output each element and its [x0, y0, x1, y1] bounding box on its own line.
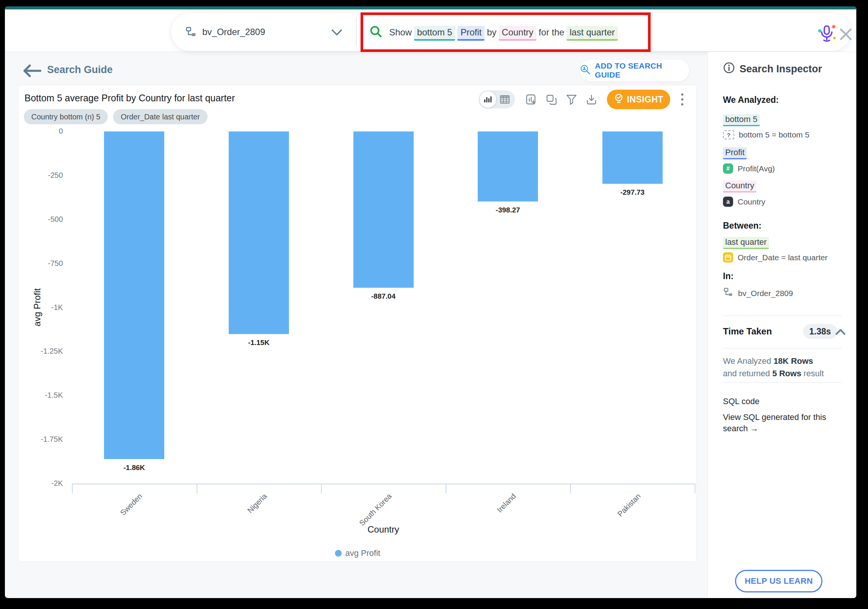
add-to-search-guide-button[interactable]: ADD TO SEARCH GUIDE	[580, 59, 689, 81]
between-detail-row: Order_Date = last quarter	[723, 253, 828, 262]
inspector-title: Search Inspector	[739, 63, 822, 75]
y-axis-title: avg Profit	[32, 266, 43, 349]
y-axis-tick-label: -250	[22, 171, 63, 180]
x-axis-category-label: Sweden	[79, 492, 144, 557]
arrow-right-icon: →	[750, 424, 758, 433]
inspector-detail-row: #Profit(Avg)	[723, 163, 775, 174]
query-token-keyword[interactable]: bottom 5	[414, 26, 455, 41]
view-sql-link[interactable]: View SQL generated for this search →	[723, 412, 836, 434]
chart-legend[interactable]: avg Profit	[19, 549, 697, 558]
search-input[interactable]: Showbottom 5ProfitbyCountryfor thelast q…	[361, 12, 651, 52]
x-axis-category-label: Pakistan	[578, 492, 642, 557]
inspector-detail-text: Profit(Avg)	[738, 164, 775, 173]
legend-marker	[335, 550, 342, 557]
business-view-icon	[723, 287, 733, 299]
top-search-header: bv_Order_2809 Showbottom 5ProfitbyCountr…	[5, 9, 856, 52]
x-axis-tick	[446, 483, 446, 493]
inspector-token-dimension: Country	[723, 181, 756, 191]
measure-icon: #	[723, 163, 733, 174]
voice-search-icon[interactable]	[818, 24, 836, 43]
divider	[723, 316, 842, 316]
bar-ireland[interactable]	[478, 132, 538, 201]
question-icon: ?	[723, 130, 734, 139]
chevron-down-icon[interactable]	[331, 29, 343, 37]
inspector-header: Search Inspector	[723, 62, 822, 76]
business-view-icon	[185, 26, 197, 40]
query-token-measure[interactable]: Profit	[457, 26, 485, 41]
attribute-icon: a	[723, 197, 733, 207]
bar-value-label: -297.73	[598, 188, 666, 197]
bar-sweden[interactable]	[104, 132, 164, 459]
query-word: for the	[539, 27, 564, 37]
back-arrow-icon[interactable]	[22, 64, 42, 79]
screenshot-canvas: bv_Order_2809 Showbottom 5ProfitbyCountr…	[0, 0, 868, 609]
inspector-token-keyword: bottom 5	[723, 115, 760, 124]
calendar-icon	[723, 253, 733, 262]
x-axis-tick	[570, 483, 571, 493]
legend-label: avg Profit	[346, 549, 380, 558]
info-icon	[723, 62, 735, 76]
between-detail: Order_Date = last quarter	[738, 253, 828, 262]
page-title: Search Guide	[47, 64, 113, 76]
bar-value-label: -1.86K	[100, 463, 168, 472]
we-analyzed-label: We Analyzed:	[723, 95, 779, 105]
time-taken-label: Time Taken	[723, 326, 772, 337]
query-token-time[interactable]: last quarter	[567, 26, 618, 41]
time-taken-badge: 1.38s	[803, 324, 837, 339]
inspector-detail-text: Country	[738, 197, 766, 206]
in-detail-row: bv_Order_2809	[723, 287, 793, 299]
y-axis-tick-label: -2K	[22, 479, 63, 488]
top-accent-bar	[5, 6, 856, 9]
rows-summary: We Analyzed 18K Rows and returned 5 Rows…	[723, 355, 824, 380]
query-token-dimension[interactable]: Country	[499, 26, 536, 41]
inspector-token-measure: Profit	[723, 148, 747, 157]
in-label: In:	[723, 271, 733, 281]
bar-value-label: -887.04	[350, 292, 417, 301]
between-token: last quarter	[723, 237, 769, 247]
bar-south-korea[interactable]	[353, 132, 414, 288]
search-query-text: Showbottom 5ProfitbyCountryfor thelast q…	[388, 27, 619, 38]
query-word: Show	[389, 27, 412, 37]
between-label: Between:	[723, 221, 761, 231]
y-axis-tick-label: -500	[22, 215, 63, 224]
search-icon	[369, 25, 383, 40]
y-axis-tick-label: -1.5K	[22, 391, 63, 400]
add-guide-icon	[580, 64, 591, 77]
help-us-learn-button[interactable]: HELP US LEARN	[735, 570, 822, 592]
x-axis-category-label: Ireland	[453, 492, 518, 557]
divider	[723, 348, 842, 349]
inspector-detail-text: bottom 5 = bottom 5	[739, 130, 809, 139]
bar-chart-plot: 0-250-500-750-1K-1.25K-1.5K-1.75K-2K-1.8…	[19, 85, 697, 561]
query-word: by	[487, 27, 496, 37]
main-content: Search Guide ADD TO SEARCH GUIDE Bottom …	[5, 52, 707, 598]
x-axis-tick	[321, 483, 322, 493]
sql-code-label: SQL code	[723, 397, 760, 406]
inspector-detail-row: aCountry	[723, 197, 766, 207]
x-axis-tick	[197, 483, 197, 493]
divider	[723, 382, 842, 383]
y-axis-tick-label: -1.75K	[22, 435, 63, 444]
inspector-detail-row: ?bottom 5 = bottom 5	[723, 130, 809, 139]
bar-value-label: -1.15K	[225, 339, 293, 347]
x-axis-line	[72, 483, 695, 484]
bar-nigeria[interactable]	[229, 132, 289, 334]
search-inspector-panel: Search Inspector We Analyzed: bottom 5?b…	[707, 52, 856, 598]
dataset-selector-value[interactable]: bv_Order_2809	[202, 27, 265, 37]
result-card: Bottom 5 average Profit by Country for l…	[18, 85, 697, 562]
chevron-up-icon[interactable]	[835, 329, 846, 337]
bar-pakistan[interactable]	[602, 132, 663, 184]
add-guide-label: ADD TO SEARCH GUIDE	[595, 61, 689, 79]
x-axis-category-label: Nigeria	[204, 492, 269, 557]
in-dataset-name: bv_Order_2809	[738, 289, 793, 298]
x-axis-title: Country	[342, 524, 425, 535]
header-divider	[356, 18, 357, 46]
x-axis-tick	[72, 483, 73, 493]
close-icon[interactable]	[839, 28, 852, 41]
x-axis-tick	[695, 483, 696, 493]
app-window: bv_Order_2809 Showbottom 5ProfitbyCountr…	[5, 6, 856, 598]
y-axis-tick-label: 0	[22, 127, 63, 136]
bar-value-label: -398.27	[474, 206, 542, 214]
